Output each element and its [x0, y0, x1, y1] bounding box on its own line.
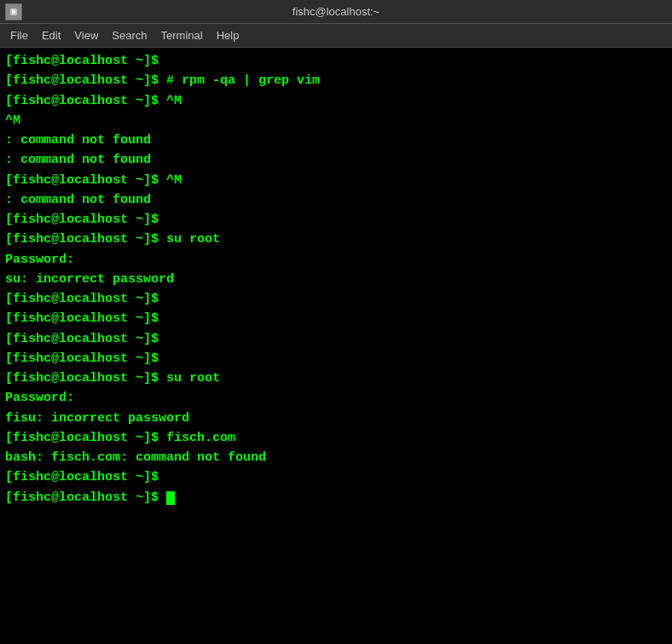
- title-bar: ▣ fishc@localhost:~: [0, 0, 672, 24]
- terminal-line: [fishc@localhost ~]$ su root: [5, 229, 667, 249]
- menu-item-search[interactable]: Search: [105, 26, 154, 44]
- terminal-line: : command not found: [5, 190, 667, 210]
- terminal-line: [fishc@localhost ~]$: [5, 51, 667, 71]
- terminal-line: fisu: incorrect password: [5, 409, 667, 428]
- menu-item-file[interactable]: File: [3, 26, 35, 44]
- title-bar-icon: ▣: [5, 3, 22, 20]
- terminal-cursor: [166, 491, 175, 505]
- terminal-body[interactable]: [fishc@localhost ~]$[fishc@localhost ~]$…: [0, 48, 672, 644]
- terminal-line: bash: fisch.com: command not found: [5, 448, 667, 467]
- terminal-line: ^M: [5, 111, 667, 131]
- title-bar-text: fishc@localhost:~: [293, 5, 379, 18]
- menu-bar: FileEditViewSearchTerminalHelp: [0, 24, 672, 48]
- terminal-line: [fishc@localhost ~]$: [5, 210, 667, 229]
- terminal-line: [fishc@localhost ~]$ # rpm -qa | grep vi…: [5, 71, 667, 90]
- terminal-line: [fishc@localhost ~]$: [5, 488, 667, 508]
- terminal-line: [fishc@localhost ~]$: [5, 309, 667, 328]
- terminal-line: su: incorrect password: [5, 270, 667, 289]
- menu-item-help[interactable]: Help: [210, 26, 246, 44]
- terminal-line: Password:: [5, 250, 667, 270]
- menu-item-view[interactable]: View: [67, 26, 105, 44]
- menu-item-edit[interactable]: Edit: [35, 26, 67, 44]
- terminal-line: [fishc@localhost ~]$ ^M: [5, 171, 667, 190]
- terminal-line: [fishc@localhost ~]$: [5, 467, 667, 487]
- terminal-line: : command not found: [5, 150, 667, 170]
- menu-item-terminal[interactable]: Terminal: [154, 26, 210, 44]
- terminal-line: [fishc@localhost ~]$: [5, 349, 667, 368]
- terminal-line: [fishc@localhost ~]$: [5, 329, 667, 349]
- terminal-line: Password:: [5, 388, 667, 408]
- terminal-line: [fishc@localhost ~]$: [5, 289, 667, 309]
- terminal-line: [fishc@localhost ~]$ ^M: [5, 91, 667, 111]
- terminal-line: [fishc@localhost ~]$ su root: [5, 368, 667, 388]
- terminal-line: : command not found: [5, 131, 667, 150]
- terminal-line: [fishc@localhost ~]$ fisch.com: [5, 428, 667, 448]
